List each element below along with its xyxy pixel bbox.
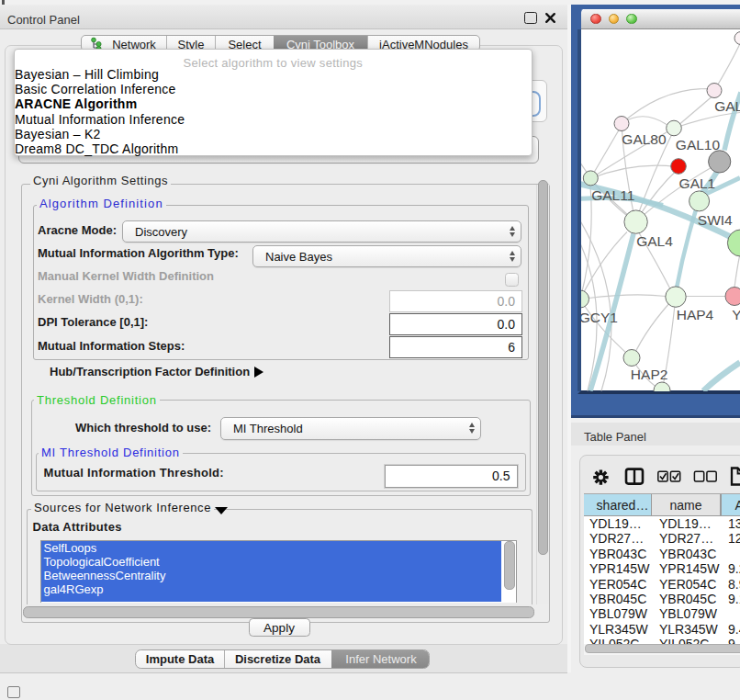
svg-text:GCY1: GCY1: [581, 309, 618, 324]
svg-text:HAP4: HAP4: [677, 306, 714, 322]
svg-text:SWI4: SWI4: [698, 212, 733, 228]
svg-text:GAL1: GAL1: [679, 175, 716, 190]
svg-text:HAP2: HAP2: [631, 366, 668, 381]
svg-text:GAL4: GAL4: [636, 233, 673, 249]
svg-text:GAL10: GAL10: [676, 137, 721, 152]
svg-text:GAL80: GAL80: [622, 130, 667, 146]
svg-text:GAL2: GAL2: [714, 97, 740, 113]
svg-text:GAL11: GAL11: [591, 186, 634, 202]
svg-text:Y: Y: [732, 306, 740, 322]
